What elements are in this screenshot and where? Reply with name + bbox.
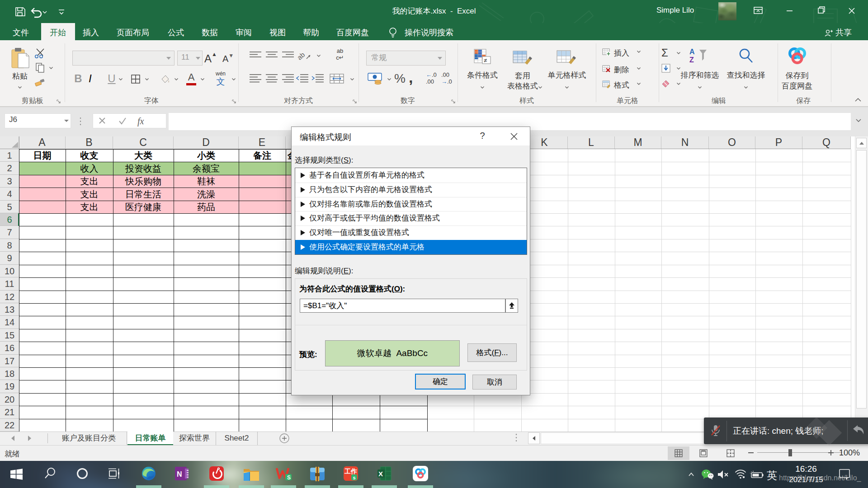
svg-text:A: A xyxy=(689,48,695,56)
svg-text:s: s xyxy=(353,475,356,480)
svg-text:ab: ab xyxy=(297,51,306,61)
svg-text:fx: fx xyxy=(137,116,144,127)
svg-text:X: X xyxy=(378,470,383,478)
svg-text:Z: Z xyxy=(689,56,694,64)
svg-text:≠: ≠ xyxy=(484,57,487,64)
svg-text:N: N xyxy=(177,470,182,478)
svg-text:工作: 工作 xyxy=(344,468,357,475)
svg-text:S: S xyxy=(287,474,291,481)
